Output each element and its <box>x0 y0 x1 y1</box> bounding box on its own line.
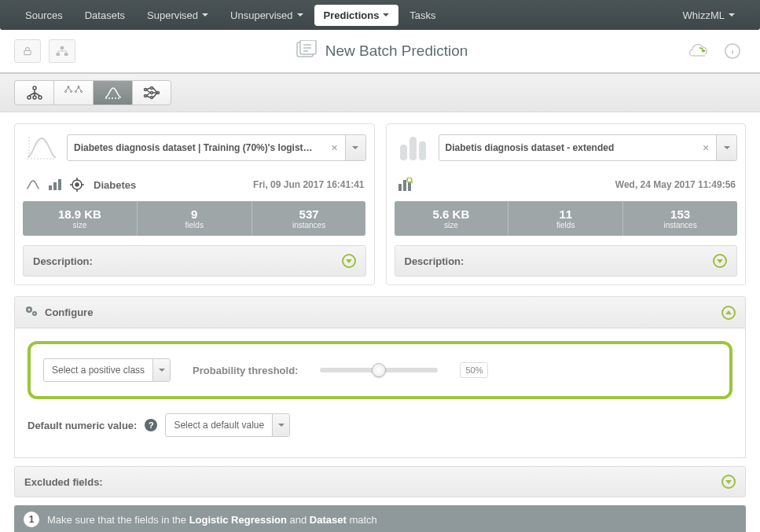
top-nav: Sources Datasets Supervised Unsupervised… <box>0 0 760 30</box>
nav-label: Tasks <box>409 9 435 21</box>
target-icon <box>68 176 86 193</box>
description-label: Description: <box>33 255 93 267</box>
info-icon[interactable] <box>719 39 746 63</box>
threshold-highlight: Select a positive class Probability thre… <box>28 341 732 399</box>
configure-header[interactable]: Configure <box>14 296 746 328</box>
svg-point-9 <box>33 96 36 99</box>
svg-rect-3 <box>64 53 68 56</box>
dataset-select-text: Diabetis diagnosis dataset - extended <box>439 142 696 153</box>
svg-rect-25 <box>58 179 61 190</box>
dataset-date: Wed, 24 May 2017 11:49:56 <box>615 179 736 190</box>
bars-mini-icon <box>46 176 64 193</box>
svg-point-16 <box>80 91 82 93</box>
clear-icon[interactable]: × <box>696 141 716 154</box>
dataset-select[interactable]: Diabetis diagnosis dataset - extended × <box>439 134 738 161</box>
default-numeric-label: Default numeric value: <box>28 420 137 431</box>
svg-point-10 <box>39 96 42 99</box>
dataset-mini-icon <box>396 176 413 193</box>
hint-number: 1 <box>24 512 39 527</box>
nav-predictions[interactable]: Predictions <box>314 5 399 26</box>
nav-label: Sources <box>25 9 63 21</box>
expand-down-icon <box>342 254 356 268</box>
nav-tasks[interactable]: Tasks <box>398 2 446 29</box>
description-label: Description: <box>405 255 464 267</box>
dataset-description-toggle[interactable]: Description: <box>395 245 738 277</box>
tab-logistic-regression[interactable] <box>93 80 132 105</box>
chevron-down-icon[interactable] <box>345 135 365 160</box>
stat-fields: 11 <box>509 207 622 221</box>
svg-rect-30 <box>419 141 426 160</box>
stat-fields: 9 <box>138 207 251 221</box>
svg-rect-33 <box>408 182 411 191</box>
positive-class-text: Select a positive class <box>44 365 152 376</box>
svg-point-19 <box>151 87 153 90</box>
positive-class-select[interactable]: Select a positive class <box>43 358 171 382</box>
svg-rect-24 <box>53 182 57 190</box>
stat-fields-label: fields <box>509 221 622 229</box>
slider-knob[interactable] <box>372 363 386 377</box>
nav-supervised[interactable]: Supervised <box>136 2 219 29</box>
histogram-icon <box>395 132 432 163</box>
svg-point-21 <box>151 97 153 99</box>
stat-instances: 153 <box>623 207 737 221</box>
nav-label: WhizzML <box>683 9 725 21</box>
svg-point-14 <box>78 86 79 88</box>
chevron-down-icon[interactable] <box>716 135 736 160</box>
svg-rect-2 <box>57 53 61 56</box>
configure-label: Configure <box>45 306 93 318</box>
model-stats: 18.9 KBsize 9fields 537instances <box>23 201 366 236</box>
svg-point-15 <box>75 91 76 93</box>
svg-point-12 <box>64 91 66 93</box>
help-icon[interactable]: ? <box>145 419 157 431</box>
svg-rect-28 <box>400 145 407 160</box>
chevron-down-icon <box>297 13 303 17</box>
tab-tree[interactable] <box>14 80 53 105</box>
model-description-toggle[interactable]: Description: <box>23 245 366 277</box>
excluded-fields-toggle[interactable]: Excluded fields: <box>14 466 746 497</box>
svg-point-20 <box>151 92 153 94</box>
lock-icon[interactable] <box>14 39 41 63</box>
clear-icon[interactable]: × <box>325 141 345 154</box>
svg-rect-0 <box>24 50 31 54</box>
nav-whizzml[interactable]: WhizzML <box>672 2 746 29</box>
tab-ensemble[interactable] <box>53 80 93 105</box>
svg-point-8 <box>28 96 31 99</box>
workflow-icon[interactable] <box>49 39 75 63</box>
default-numeric-text: Select a default value <box>166 420 272 431</box>
nav-label: Datasets <box>85 9 125 21</box>
cloud-refresh-icon[interactable] <box>688 39 711 63</box>
default-numeric-select[interactable]: Select a default value <box>165 413 290 437</box>
chevron-down-icon[interactable] <box>272 414 289 436</box>
nav-datasets[interactable]: Datasets <box>74 2 136 29</box>
configure-section: Configure Select a positive class Probab… <box>14 296 746 458</box>
svg-point-38 <box>34 313 35 314</box>
nav-label: Unsupervised <box>230 9 293 21</box>
stat-size-label: size <box>395 221 509 229</box>
threshold-slider[interactable] <box>320 368 438 372</box>
nav-label: Predictions <box>324 9 380 21</box>
nav-sources[interactable]: Sources <box>14 2 74 29</box>
model-select-text: Diabetes diagnosis dataset | Training (7… <box>68 142 325 153</box>
chevron-down-icon[interactable] <box>152 359 170 381</box>
page-title: New Batch Prediction <box>325 42 468 60</box>
svg-point-36 <box>28 309 31 311</box>
hint-text: Make sure that the fields in the Logisti… <box>47 514 377 526</box>
svg-rect-29 <box>409 137 417 160</box>
model-date: Fri, 09 Jun 2017 16:41:41 <box>253 179 364 190</box>
fields-match-hint: 1 Make sure that the fields in the Logis… <box>14 505 746 532</box>
logistic-curve-icon <box>23 132 61 163</box>
threshold-value: 50% <box>460 362 488 378</box>
prediction-doc-icon <box>296 40 318 63</box>
svg-rect-31 <box>398 184 402 191</box>
stat-size-label: size <box>23 221 137 229</box>
nav-unsupervised[interactable]: Unsupervised <box>219 2 314 29</box>
svg-rect-5 <box>300 40 316 54</box>
excluded-fields-label: Excluded fields: <box>24 476 103 488</box>
stat-size: 18.9 KB <box>23 207 137 221</box>
gears-icon <box>24 305 39 320</box>
title-bar: New Batch Prediction <box>0 30 760 74</box>
tab-deepnet[interactable] <box>132 80 171 105</box>
nav-label: Supervised <box>147 9 198 21</box>
model-select[interactable]: Diabetes diagnosis dataset | Training (7… <box>67 134 366 161</box>
model-panel: Diabetes diagnosis dataset | Training (7… <box>14 123 375 285</box>
